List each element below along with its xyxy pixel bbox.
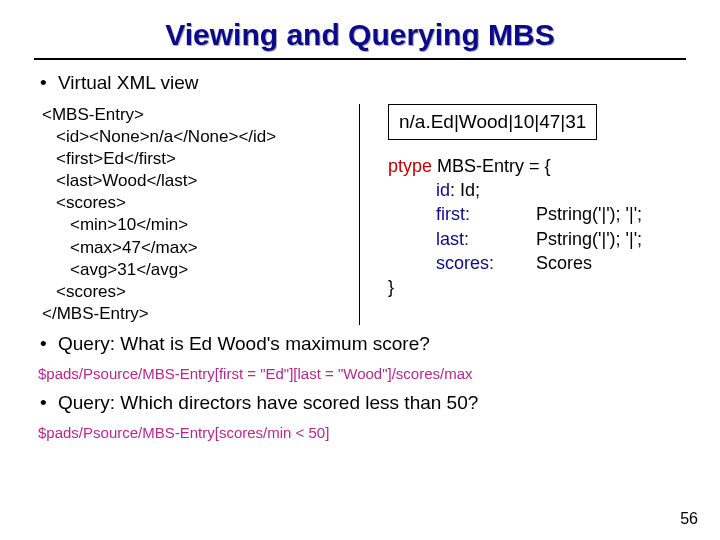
raw-record-box: n/a.Ed|Wood|10|47|31 (388, 104, 597, 140)
field-name: scores: (436, 251, 536, 275)
ptype-keyword: ptype (388, 156, 432, 176)
xml-line: <scores> (42, 281, 353, 303)
xml-line: </MBS-Entry> (42, 303, 353, 325)
ptype-view: n/a.Ed|Wood|10|47|31 ptype MBS-Entry = {… (360, 104, 686, 325)
xml-line: <scores> (42, 192, 353, 214)
field-name: first: (436, 202, 536, 226)
field-val: Scores (536, 251, 592, 275)
field-val: Pstring('|'); '|'; (536, 202, 642, 226)
ptype-row: last:Pstring('|'); '|'; (388, 227, 686, 251)
ptype-head: ptype MBS-Entry = { (388, 154, 686, 178)
bullet-text: Query: Which directors have scored less … (58, 392, 478, 413)
xml-line: <max>47</max> (42, 237, 353, 259)
two-column: <MBS-Entry> <id><None>n/a</None></id> <f… (34, 104, 686, 325)
xml-line: <last>Wood</last> (42, 170, 353, 192)
bullet-text: Virtual XML view (58, 72, 198, 93)
field-val: Pstring('|'); '|'; (536, 227, 642, 251)
divider (34, 58, 686, 60)
field-name: id (436, 178, 450, 202)
bullet-text: Query: What is Ed Wood's maximum score? (58, 333, 430, 354)
xpath-query: $pads/Psource/MBS-Entry[first = "Ed"][la… (38, 365, 686, 382)
xml-line: <avg>31</avg> (42, 259, 353, 281)
bullet-virtual-xml: •Virtual XML view (40, 72, 686, 94)
ptype-row: scores:Scores (388, 251, 686, 275)
xml-view: <MBS-Entry> <id><None>n/a</None></id> <f… (34, 104, 360, 325)
bullet-query2: •Query: Which directors have scored less… (40, 392, 686, 414)
ptype-close: } (388, 275, 686, 299)
bullet-query1: •Query: What is Ed Wood's maximum score? (40, 333, 686, 355)
field-name: last: (436, 227, 536, 251)
slide-title: Viewing and Querying MBS (34, 18, 686, 52)
ptype-row: first:Pstring('|'); '|'; (388, 202, 686, 226)
xml-line: <first>Ed</first> (42, 148, 353, 170)
page-number: 56 (680, 510, 698, 528)
ptype-row: id: Id; (388, 178, 686, 202)
xml-line: <MBS-Entry> (42, 104, 353, 126)
field-val: : Id; (450, 178, 480, 202)
xpath-query: $pads/Psource/MBS-Entry[scores/min < 50] (38, 424, 686, 441)
xml-line: <id><None>n/a</None></id> (42, 126, 353, 148)
ptype-name: MBS-Entry = { (432, 156, 551, 176)
xml-line: <min>10</min> (42, 214, 353, 236)
